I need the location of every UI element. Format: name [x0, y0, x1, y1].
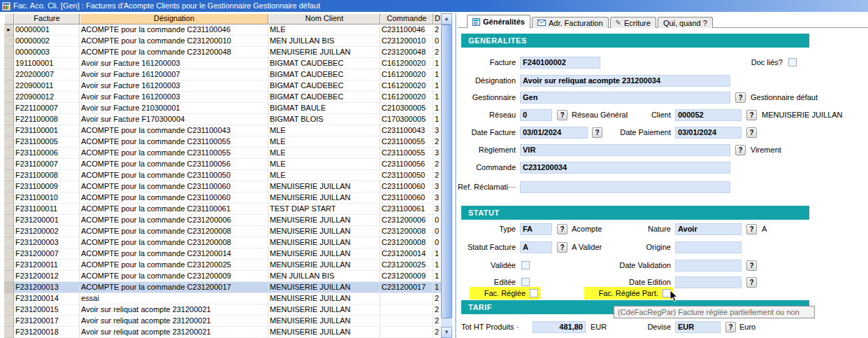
tot-ht-field[interactable]: 481,80 — [533, 321, 586, 333]
row-selector[interactable] — [4, 170, 14, 181]
table-row[interactable]: 220900012 Avoir sur Facture 161200003 BI… — [4, 92, 441, 103]
row-selector[interactable] — [4, 293, 14, 304]
row-selector[interactable] — [4, 69, 14, 80]
devise-field[interactable]: EUR — [675, 321, 721, 333]
column-header-designation[interactable]: Désignation — [80, 13, 268, 24]
row-selector[interactable]: ▸ — [4, 24, 14, 36]
row-selector[interactable] — [4, 125, 14, 136]
tab-qui-quand[interactable]: Qui, quand ? — [658, 17, 713, 28]
row-selector[interactable] — [4, 181, 14, 192]
table-row[interactable]: F231100001 ACOMPTE pour la commande C231… — [4, 125, 441, 136]
row-selector[interactable] — [4, 282, 14, 293]
fac-reglee-checkbox[interactable] — [530, 289, 538, 297]
table-row[interactable]: F231100006 ACOMPTE pour la commande C231… — [4, 148, 441, 159]
window-title-bar[interactable]: Fac. Aco. Cli. [Gen] : Factures d'Acompt… — [0, 0, 868, 12]
table-vertical-scrollbar[interactable]: ▲ ▼ — [441, 13, 452, 338]
table-row[interactable]: F231100011 ACOMPTE pour la commande C231… — [4, 204, 441, 215]
ref-reclamation-field[interactable] — [520, 181, 730, 193]
column-header-nom-client[interactable]: Nom Client — [268, 13, 380, 24]
row-selector[interactable] — [4, 103, 14, 114]
table-row[interactable]: F231100005 ACOMPTE pour la commande C231… — [4, 136, 441, 148]
table-row[interactable]: F231100009 ACOMPTE pour la commande C231… — [4, 181, 441, 192]
gestionnaire-field[interactable]: Gen — [520, 92, 730, 104]
tab-ecriture[interactable]: ✎ Ecriture — [610, 17, 656, 28]
editee-checkbox[interactable] — [521, 278, 530, 286]
table-row[interactable]: F231200007 ACOMPTE pour la commande C231… — [4, 248, 441, 260]
table-row[interactable]: ▸ 00000001 ACOMPTE pour la commande C231… — [4, 24, 441, 36]
table-row[interactable]: F231100010 ACOMPTE pour la commande C231… — [4, 192, 441, 204]
devise-help-button[interactable]: ? — [725, 322, 736, 332]
table-row[interactable]: F231100008 ACOMPTE pour la commande C231… — [4, 170, 441, 181]
commande-field[interactable]: C231200034 — [520, 162, 730, 174]
row-selector[interactable] — [4, 226, 14, 237]
date-edition-field[interactable] — [675, 276, 742, 288]
tab-generalites[interactable]: Généralités — [467, 15, 530, 28]
table-row[interactable]: F231200003 ACOMPTE pour la commande C231… — [4, 237, 441, 248]
date-paiement-help-button[interactable]: ? — [746, 127, 757, 138]
date-validation-field[interactable] — [675, 260, 742, 272]
row-selector-header[interactable] — [4, 13, 14, 24]
gestionnaire-help-button[interactable]: ? — [735, 92, 746, 103]
table-row[interactable]: F231200013 ACOMPTE pour la commande C231… — [4, 282, 441, 293]
table-row[interactable]: F231100007 ACOMPTE pour la commande C231… — [4, 159, 441, 170]
row-selector[interactable] — [4, 204, 14, 215]
row-selector[interactable] — [4, 47, 14, 58]
nature-help-button[interactable]: ? — [746, 224, 757, 234]
table-row[interactable]: F231200002 ACOMPTE pour la commande C231… — [4, 226, 441, 237]
table-row[interactable]: 220900011 Avoir sur Facture 161200003 BI… — [4, 80, 441, 92]
table-row[interactable]: F231200012 ACOMPTE pour la commande C231… — [4, 271, 441, 282]
origine-field[interactable] — [675, 241, 742, 253]
designation-field[interactable]: Avoir sur reliquat acompte 231200034 — [520, 75, 730, 87]
table-row[interactable]: F221100008 Avoir sur Facture F170300004 … — [4, 114, 441, 125]
table-row[interactable]: 00000002 ACOMPTE pour la commande C23120… — [4, 36, 441, 47]
date-edition-help-button[interactable]: ? — [746, 277, 757, 288]
facture-field[interactable]: F240100002 — [520, 57, 600, 69]
table-row[interactable]: F231200011 ACOMPTE pour la commande C231… — [4, 260, 441, 271]
row-selector[interactable] — [4, 248, 14, 260]
row-selector[interactable] — [4, 271, 14, 282]
statut-facture-help-button[interactable]: ? — [557, 242, 567, 253]
column-header-date[interactable]: D — [433, 13, 441, 24]
nature-field[interactable]: Avoir — [675, 223, 742, 235]
date-facture-field[interactable]: 03/01/2024 — [520, 127, 588, 139]
statut-facture-field[interactable]: A — [520, 241, 552, 253]
column-header-facture[interactable]: Facture — [14, 13, 80, 24]
type-field[interactable]: FA — [520, 223, 552, 235]
row-selector[interactable] — [4, 92, 14, 103]
reglement-field[interactable]: VIR — [520, 144, 730, 156]
row-selector[interactable] — [4, 304, 14, 316]
scroll-down-button[interactable]: ▼ — [441, 327, 452, 338]
doc-lies-checkbox[interactable] — [788, 58, 797, 66]
row-selector[interactable] — [4, 159, 14, 170]
tab-adr-facturation[interactable]: Adr. Facturation — [532, 17, 609, 28]
row-selector[interactable] — [4, 192, 14, 204]
table-row[interactable]: 220200007 Avoir sur Facture 161200007 BI… — [4, 69, 441, 80]
scroll-up-button[interactable]: ▲ — [441, 13, 452, 24]
row-selector[interactable] — [4, 58, 14, 69]
column-header-commande[interactable]: Commande — [380, 13, 433, 24]
reglement-help-button[interactable]: ? — [735, 145, 746, 155]
validee-checkbox[interactable] — [521, 261, 530, 269]
row-selector[interactable] — [4, 215, 14, 226]
table-row[interactable]: 00000003 ACOMPTE pour la commande C23120… — [4, 47, 441, 58]
reseau-field[interactable]: 0 — [520, 109, 552, 121]
table-row[interactable]: F231200015 Avoir sur reliquat acompte 23… — [4, 304, 441, 316]
row-selector[interactable] — [4, 114, 14, 125]
row-selector[interactable] — [4, 327, 14, 338]
row-selector[interactable] — [4, 260, 14, 271]
row-selector[interactable] — [4, 237, 14, 248]
table-row[interactable]: 191100001 Avoir sur Facture 161200003 BI… — [4, 58, 441, 69]
table-row[interactable]: F231200017 Avoir sur reliquat acompte 23… — [4, 316, 441, 327]
table-row[interactable]: F231200014 essai MENUISERIE JUILLAN 2 — [4, 293, 441, 304]
row-selector[interactable] — [4, 36, 14, 47]
row-selector[interactable] — [4, 316, 14, 327]
type-help-button[interactable]: ? — [557, 224, 567, 234]
client-help-button[interactable]: ? — [746, 110, 757, 120]
client-field[interactable]: 000052 — [675, 109, 742, 121]
row-selector[interactable] — [4, 80, 14, 92]
reseau-help-button[interactable]: ? — [557, 110, 567, 120]
table-row[interactable]: F231200018 Avoir sur reliquat acompte 23… — [4, 327, 441, 338]
scrollbar-thumb[interactable] — [441, 24, 452, 318]
row-selector[interactable] — [4, 136, 14, 148]
row-selector[interactable] — [4, 148, 14, 159]
